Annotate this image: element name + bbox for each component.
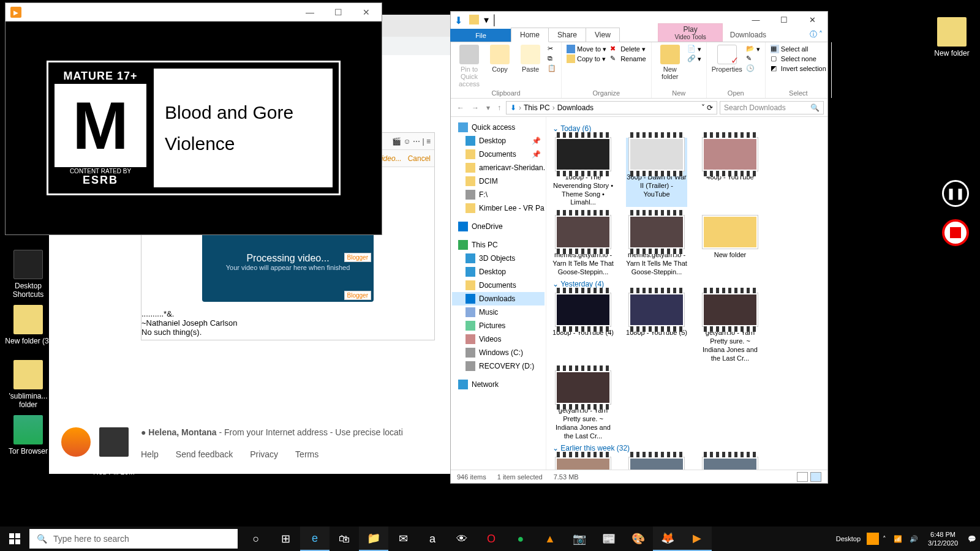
file-item[interactable]: getyarn.io - Yarn Pretty sure. ~ Indiana… xyxy=(552,371,614,440)
forward-button[interactable]: → xyxy=(469,103,481,112)
amazon-icon[interactable]: a xyxy=(418,527,447,551)
nav-desktop-2[interactable]: Desktop xyxy=(452,265,545,279)
nav-music[interactable]: Music xyxy=(452,305,545,319)
copy-button[interactable]: Copy xyxy=(486,45,513,73)
nav-videos[interactable]: Videos xyxy=(452,332,545,346)
tray-network-icon[interactable]: 📶 xyxy=(890,535,906,543)
nav-this-pc[interactable]: This PC xyxy=(452,238,545,252)
media-player-content[interactable]: MATURE 17+ M CONTENT RATED BY ESRB Blood… xyxy=(6,21,382,234)
firefox-taskbar-icon[interactable]: 🦊 xyxy=(653,527,682,551)
tab-view[interactable]: View xyxy=(586,28,620,42)
file-item[interactable]: getyarn.io - Yarn Pretty sure. ~ Indiana… xyxy=(699,293,761,362)
file-item[interactable]: 1080P_4000K_170 xyxy=(552,457,614,470)
file-item[interactable]: 1080p - The Neverending Story • Theme So… xyxy=(552,138,614,207)
tripadvisor-icon[interactable]: 👁 xyxy=(447,527,477,551)
recent-button[interactable]: ▾ xyxy=(484,103,492,112)
cortana-icon[interactable]: ○ xyxy=(241,527,271,551)
tor-browser-icon[interactable]: Tor Browser xyxy=(5,415,51,455)
nav-kimber[interactable]: Kimber Lee - VR Pac xyxy=(452,201,545,215)
file-item[interactable]: 1080p - YouTube (5) xyxy=(626,293,687,362)
ribbon-collapse-icon[interactable]: ⓘ ˄ xyxy=(805,29,827,40)
close-button[interactable]: ✕ xyxy=(352,3,380,21)
file-item-folder[interactable]: New folder xyxy=(699,216,761,276)
feedback-link[interactable]: Send feedback xyxy=(176,449,233,459)
paste-shortcut-button[interactable]: 📋 xyxy=(548,64,556,73)
tray-desktop-label[interactable]: Desktop xyxy=(830,535,867,542)
easy-access-button[interactable]: 🔗▾ xyxy=(687,54,701,63)
tray-recorder-icon[interactable] xyxy=(867,533,879,545)
start-button[interactable] xyxy=(0,527,29,551)
copy-path-button[interactable]: ⧉ xyxy=(548,54,556,63)
group-earlier[interactable]: Earlier this week (32) xyxy=(552,444,821,452)
group-yesterday[interactable]: Yesterday (4) xyxy=(552,280,821,288)
new-item-button[interactable]: 📄▾ xyxy=(687,45,701,53)
view-large-icons-icon[interactable] xyxy=(810,472,821,482)
file-item[interactable]: memes.getyarn.io - Yarn It Tells Me That… xyxy=(626,216,687,276)
pin-quick-access-button[interactable]: Pin to Quick access xyxy=(456,45,483,88)
new-folder-right[interactable]: New folder xyxy=(929,17,975,58)
breadcrumb-thispc[interactable]: This PC xyxy=(524,103,550,112)
vlc-icon[interactable]: ▲ xyxy=(535,527,565,551)
paste-button[interactable]: Paste xyxy=(517,45,544,73)
up-button[interactable]: ↑ xyxy=(495,103,503,112)
down-arrow-icon[interactable]: ⬇ xyxy=(454,15,464,24)
tab-file[interactable]: File xyxy=(450,29,511,42)
minimize-button[interactable]: — xyxy=(742,12,770,28)
file-item[interactable]: 480P_2000K_1491 xyxy=(699,457,761,470)
nav-pane[interactable]: Quick access Desktop📌 Documents📌 america… xyxy=(451,117,546,470)
file-item[interactable]: 720P_4000K_1491 xyxy=(626,457,687,470)
minimize-button[interactable]: — xyxy=(296,3,324,21)
sublimina-folder-icon[interactable]: 'sublimina... folder xyxy=(5,360,51,409)
view-details-icon[interactable] xyxy=(797,472,808,482)
explorer-icon[interactable]: 📁 xyxy=(359,527,388,551)
camera-icon[interactable]: 📷 xyxy=(565,527,594,551)
qat-overflow[interactable]: ▾ │ xyxy=(484,14,497,26)
recording-stop-button[interactable] xyxy=(942,219,969,246)
select-all-button[interactable]: ▦Select all xyxy=(771,45,826,53)
media-player-taskbar-icon[interactable]: ▶ xyxy=(682,527,712,551)
nav-3d-objects[interactable]: 3D Objects xyxy=(452,252,545,265)
tray-volume-icon[interactable]: 🔊 xyxy=(906,535,922,543)
tab-share[interactable]: Share xyxy=(548,28,586,42)
maximize-button[interactable]: ☐ xyxy=(770,12,798,28)
file-list[interactable]: Today (6) 1080p - The Neverending Story … xyxy=(546,117,827,470)
breadcrumb-downloads[interactable]: Downloads xyxy=(557,103,594,112)
new-folder-3-icon[interactable]: New folder (3) xyxy=(5,305,51,345)
select-none-button[interactable]: ▢Select none xyxy=(771,54,826,63)
copy-to-button[interactable]: Copy to ▾ xyxy=(567,54,606,63)
opera-icon[interactable]: O xyxy=(477,527,506,551)
action-center-icon[interactable]: 💬 xyxy=(964,535,980,543)
store-icon[interactable]: 🛍 xyxy=(330,527,359,551)
nav-network[interactable]: Network xyxy=(452,378,545,391)
nav-dcim[interactable]: DCIM xyxy=(452,174,545,188)
file-item[interactable]: 1080p - YouTube (4) xyxy=(552,293,614,362)
nav-quick-access[interactable]: Quick access xyxy=(452,121,545,134)
clock[interactable]: 6:48 PM 3/12/2020 xyxy=(922,530,964,548)
cancel-link[interactable]: Cancel xyxy=(408,154,431,163)
history-button[interactable]: 🕓 xyxy=(746,64,760,73)
group-today[interactable]: Today (6) xyxy=(552,124,821,133)
terms-link[interactable]: Terms xyxy=(295,449,318,459)
tray-chevron-icon[interactable]: ˄ xyxy=(879,535,890,543)
close-button[interactable]: ✕ xyxy=(798,12,826,28)
invert-selection-button[interactable]: ◩Invert selection xyxy=(771,64,826,73)
back-button[interactable]: ← xyxy=(454,103,467,112)
properties-button[interactable]: Properties xyxy=(712,45,742,73)
nav-onedrive[interactable]: OneDrive xyxy=(452,220,545,233)
explorer-titlebar[interactable]: ⬇ ▾ │ — ☐ ✕ xyxy=(451,12,827,28)
delete-button[interactable]: ✖Delete ▾ xyxy=(610,45,646,53)
edge-icon[interactable]: e xyxy=(300,527,330,551)
search-input[interactable]: Search Downloads 🔍 xyxy=(720,101,824,114)
paint-icon[interactable]: 🎨 xyxy=(624,527,653,551)
rename-button[interactable]: ✎Rename xyxy=(610,54,646,63)
cut-button[interactable]: ✂ xyxy=(548,45,556,53)
nav-documents-2[interactable]: Documents xyxy=(452,279,545,292)
new-folder-button[interactable]: New folder xyxy=(657,45,684,80)
nav-pictures[interactable]: Pictures xyxy=(452,319,545,332)
help-link[interactable]: Help xyxy=(141,449,159,459)
desktop-shortcuts-icon[interactable]: Desktop Shortcuts xyxy=(5,250,51,299)
mail-icon[interactable]: ✉ xyxy=(388,527,418,551)
tab-video-tools[interactable]: Play Video Tools xyxy=(658,23,722,42)
tab-home[interactable]: Home xyxy=(511,28,549,42)
folder-qat-icon[interactable] xyxy=(469,15,479,24)
